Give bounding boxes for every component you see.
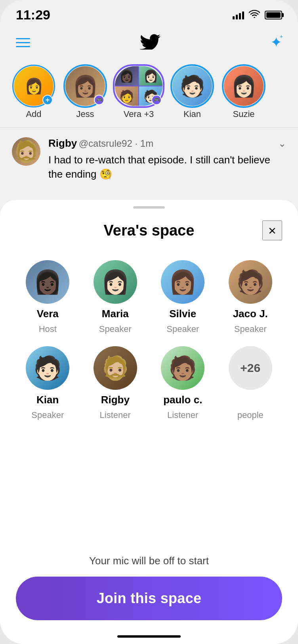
avatar-jaco: 🧑🏽 — [229, 260, 272, 304]
story-emoji-vera3: 🎮 — [151, 95, 162, 105]
add-plus-icon: + — [42, 95, 53, 105]
sheet-header: Vera's space × — [16, 220, 282, 240]
participant-role-maria: Speaker — [99, 324, 132, 334]
tweet-avatar: 🧔🏼 — [12, 137, 40, 166]
participant-maria[interactable]: 👩🏻 Maria Speaker — [84, 260, 147, 334]
participants-grid: 👩🏿 Vera Host 👩🏻 Maria Speaker 👩🏽 Silvie — [16, 260, 282, 420]
participant-kian[interactable]: 🧑🏻 Kian Speaker — [16, 346, 80, 420]
avatar-kian-p: 🧑🏻 — [26, 346, 69, 390]
participant-role-paulo: Listener — [167, 410, 198, 420]
avatar-vera: 👩🏿 — [26, 260, 69, 304]
sparkle-icon[interactable]: ✦ + — [270, 34, 282, 51]
avatar-kian: 🧑🏻 — [172, 66, 212, 106]
wifi-icon — [249, 10, 260, 21]
avatar-silvie: 👩🏽 — [161, 260, 204, 304]
space-bottom-sheet: Vera's space × 👩🏿 Vera Host 👩🏻 Maria Spe… — [0, 200, 298, 644]
signal-icon — [233, 11, 244, 19]
participant-role-silvie: Speaker — [166, 324, 199, 334]
mic-notice: Your mic will be off to start — [16, 555, 282, 567]
story-emoji-jess: 🎮 — [94, 95, 104, 105]
tweet-chevron-icon[interactable]: ⌄ — [278, 138, 286, 149]
status-icons — [233, 10, 282, 21]
participant-role-rigby: Listener — [100, 410, 131, 420]
story-item-vera3[interactable]: 👩🏿 👩🏻 🧑 🧑🏻 🎮 Vera +3 — [115, 66, 162, 119]
phone-frame: 11:29 — [0, 0, 298, 644]
tweet-content: Rigby @catsrule92 · 1m ⌄ I had to re-wat… — [48, 137, 286, 182]
participant-rigby[interactable]: 🧔🏼 Rigby Listener — [84, 346, 147, 420]
space-title: Vera's space — [36, 222, 262, 239]
story-label-kian: Kian — [183, 109, 201, 119]
story-label-add: Add — [26, 109, 41, 119]
story-label-jess: Jess — [76, 109, 94, 119]
participant-name-rigby: Rigby — [101, 394, 130, 406]
header-bar: ✦ + — [0, 27, 298, 62]
tweet-text: I had to re-watch that episode. I still … — [48, 153, 286, 182]
participant-name-vera: Vera — [37, 308, 59, 320]
hamburger-icon[interactable] — [16, 38, 30, 47]
tweet-user: Rigby @catsrule92 · 1m — [48, 137, 153, 150]
avatar-paulo: 🧑🏽 — [161, 346, 204, 390]
stories-row: 👩 + Add 👩🏽 🎮 Jess 👩🏿 � — [0, 62, 298, 127]
participant-role-jaco: Speaker — [234, 324, 267, 334]
participant-jaco[interactable]: 🧑🏽 Jaco J. Speaker — [219, 260, 283, 334]
participant-vera[interactable]: 👩🏿 Vera Host — [16, 260, 80, 334]
story-label-suzie: Suzie — [233, 109, 254, 119]
participant-name-paulo: paulo c. — [163, 394, 202, 406]
more-circle: +26 — [229, 346, 272, 390]
status-time: 11:29 — [16, 7, 50, 23]
home-indicator — [117, 635, 181, 638]
sheet-handle[interactable] — [133, 206, 165, 209]
participant-role-kian: Speaker — [31, 410, 64, 420]
participant-paulo[interactable]: 🧑🏽 paulo c. Listener — [151, 346, 215, 420]
avatar-maria: 👩🏻 — [94, 260, 137, 304]
status-bar: 11:29 — [0, 0, 298, 27]
tweet-card[interactable]: 🧔🏼 Rigby @catsrule92 · 1m ⌄ I had to re-… — [0, 127, 298, 191]
participant-name-maria: Maria — [102, 308, 129, 320]
more-count: +26 — [240, 361, 260, 375]
join-button[interactable]: Join this space — [16, 577, 282, 620]
avatar-suzie: 👩🏻 — [224, 66, 264, 106]
participant-name-more — [249, 394, 252, 406]
participant-name-silvie: Silvie — [169, 308, 196, 320]
twitter-logo[interactable] — [140, 31, 160, 54]
avatar-rigby: 🧔🏼 — [94, 346, 137, 390]
participant-name-kian: Kian — [36, 394, 59, 406]
story-item-jess[interactable]: 👩🏽 🎮 Jess — [63, 66, 107, 119]
story-item-kian[interactable]: 🧑🏻 Kian — [170, 66, 214, 119]
participant-name-jaco: Jaco J. — [233, 308, 268, 320]
battery-icon — [265, 11, 282, 19]
participant-role-vera: Host — [39, 324, 57, 334]
story-item-add[interactable]: 👩 + Add — [12, 66, 55, 119]
participant-silvie[interactable]: 👩🏽 Silvie Speaker — [151, 260, 215, 334]
story-label-vera3: Vera +3 — [124, 109, 154, 119]
close-button[interactable]: × — [262, 220, 282, 240]
story-item-suzie[interactable]: 👩🏻 Suzie — [222, 66, 266, 119]
participant-more[interactable]: +26 people — [219, 346, 283, 420]
participant-role-more: people — [237, 410, 264, 420]
